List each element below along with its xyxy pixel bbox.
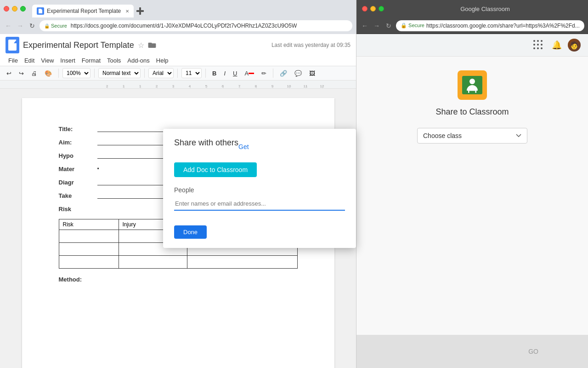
ruler-mark: 6 [215,84,231,88]
close-button[interactable] [4,6,9,12]
image-button[interactable]: 🖼 [306,69,318,78]
minimize-button[interactable] [12,6,17,12]
zoom-select[interactable]: 100% [62,68,90,78]
risk-cell[interactable] [59,256,119,269]
share-to-classroom-text: Share to Classroom [435,107,509,117]
diagram-label: Diagr [59,179,96,186]
menu-tools[interactable]: Tools [104,56,124,65]
docs-tab[interactable]: Experimental Report Template ✕ [32,5,134,17]
menu-insert[interactable]: Insert [57,56,78,65]
people-input[interactable] [174,197,345,211]
underline-button[interactable]: U [230,69,240,78]
menu-help[interactable]: Help [153,56,171,65]
menu-format[interactable]: Format [79,56,103,65]
back-button[interactable]: ← [4,21,13,30]
ruler-mark: 4 [181,84,198,88]
tab-close-button[interactable]: ✕ [125,9,129,14]
forward-button[interactable]: → [16,21,25,30]
secure-badge: Secure [44,23,67,29]
user-avatar[interactable]: 🧑 [568,39,581,52]
classroom-close-button[interactable] [362,6,368,12]
notification-button[interactable]: 🔔 [549,38,564,52]
comment-button[interactable]: 💬 [292,69,305,78]
risk-cell[interactable] [59,243,119,256]
classroom-address-bar: ← → ↻ 🔒 Secure https://classroom.google.… [356,17,588,34]
classroom-bottom: GO [356,335,588,368]
injury-cell[interactable] [119,256,187,269]
redo-button[interactable]: ↪ [16,69,27,78]
link-button[interactable]: 🔗 [277,69,290,78]
maximize-button[interactable] [20,6,26,12]
folder-icon[interactable] [148,41,156,49]
menu-edit[interactable]: Edit [22,56,37,65]
take-label: Take [59,192,96,199]
text-color-button[interactable]: A [242,69,257,78]
share-done-button[interactable]: Done [174,225,207,239]
style-select[interactable]: Normal text [98,68,141,78]
bold-button[interactable]: B [209,69,219,78]
classroom-logo-inner [462,76,482,94]
prevention-cell[interactable] [187,256,297,269]
size-select[interactable]: 11 [181,68,202,78]
choose-class-container: Choose class [417,128,527,153]
ruler-mark: 2 [148,84,165,88]
ruler-mark: 11 [297,84,314,88]
add-to-classroom-button[interactable]: Add Doc to Classroom [174,162,257,177]
new-tab-button[interactable] [134,5,147,17]
ruler-mark: 10 [281,84,297,88]
people-label: People [174,186,345,194]
paint-format-button[interactable]: 🎨 [42,69,55,78]
undo-button[interactable]: ↩ [4,69,14,78]
menu-file[interactable]: File [6,56,21,65]
docs-tab-icon [37,7,44,15]
ruler-mark: 8 [248,84,264,88]
reload-icon: ↻ [29,22,35,29]
notification-icon: 🔔 [552,40,562,50]
last-edit-text: Last edit was yesterday at 09:35 [271,42,351,48]
italic-button[interactable]: I [221,69,228,78]
docs-window: Experimental Report Template ✕ ← → ↻ Sec… [0,0,356,368]
docs-header: Experimental Report Template ☆ Last edit… [0,34,356,66]
classroom-go-button[interactable]: GO [515,344,551,359]
choose-class-select[interactable]: Choose class [417,128,527,144]
classroom-reload-button[interactable]: ↻ [384,21,393,30]
star-icon[interactable]: ☆ [138,41,144,50]
docs-address-bar: ← → ↻ Secure https://docs.google.com/doc… [0,17,356,34]
classroom-main: Share to Classroom Choose class [356,57,588,335]
classroom-url-bar[interactable]: 🔒 Secure https://classroom.google.com/sh… [396,20,584,31]
menu-view[interactable]: View [38,56,57,65]
risk-cell[interactable] [59,230,119,243]
toolbar-separator-1 [58,69,59,78]
ruler: 2 1 1 2 3 4 5 6 7 8 9 10 11 12 [0,80,356,89]
ruler-mark: 2 [99,84,115,88]
ruler-mark: 1 [132,84,148,88]
classroom-minimize-button[interactable] [370,6,376,12]
docs-title-row: Experimental Report Template ☆ Last edit… [6,37,351,53]
apps-button[interactable] [531,38,546,52]
risk-col-header: Risk [59,219,119,230]
classroom-back-button[interactable]: ← [360,21,369,30]
traffic-lights [4,6,26,12]
ruler-mark: 3 [165,84,181,88]
classroom-window-title: Google Classroom [388,6,582,12]
classroom-traffic-lights [362,6,384,12]
toolbar-separator-3 [144,69,145,78]
highlight-button[interactable]: ✏ [259,69,269,78]
print-button[interactable]: 🖨 [28,69,40,78]
classroom-forward-button[interactable]: → [372,21,381,30]
method-label: Method: [59,276,298,283]
menu-add-ons[interactable]: Add-ons [124,56,152,65]
reload-button[interactable]: ↻ [28,21,37,30]
classroom-maximize-button[interactable] [379,6,384,12]
materials-label: Mater [59,166,96,172]
share-dialog: Share with others Get Add Doc to Classro… [163,129,356,248]
classroom-person-icon [464,77,481,93]
svg-point-2 [469,79,475,84]
get-link-button[interactable]: Get [238,143,249,150]
toolbar-separator-5 [205,69,206,78]
font-select[interactable]: Arial [148,68,174,78]
docs-tab-title: Experimental Report Template [47,8,121,14]
ruler-marks: 2 1 1 2 3 4 5 6 7 8 9 10 11 12 [0,80,356,88]
docs-url-bar[interactable]: Secure https://docs.google.com/document/… [40,20,352,31]
ruler-mark: 7 [231,84,248,88]
